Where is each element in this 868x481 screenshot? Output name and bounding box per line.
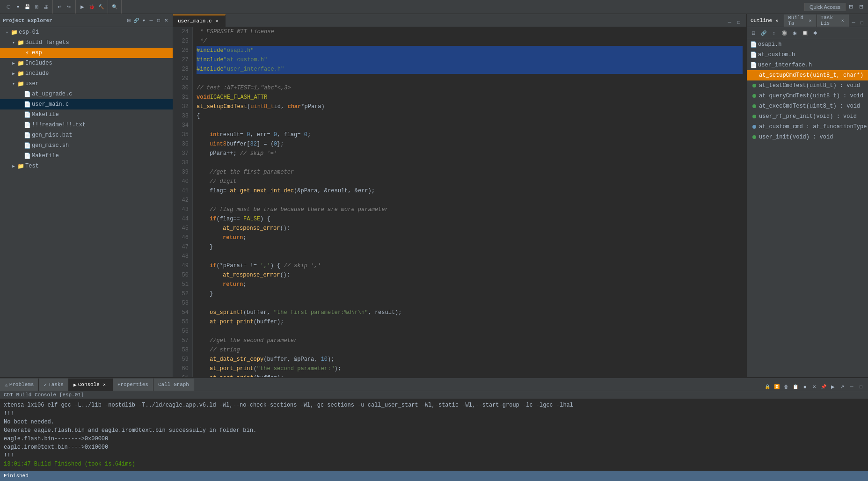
run-btn[interactable]: ▶ xyxy=(78,2,87,12)
maximize-editor-btn[interactable]: □ xyxy=(734,17,744,27)
file-icon-gen-misc-bat: 📄 xyxy=(23,132,31,139)
quick-access-button[interactable]: Quick Access xyxy=(804,3,846,11)
console-tab-close[interactable]: ✕ xyxy=(101,381,108,388)
console-pin-btn[interactable]: 📌 xyxy=(819,382,828,391)
maximize-right-btn[interactable]: □ xyxy=(858,18,866,27)
outline-item-at-query[interactable]: at_queryCmdTest(uint8_t) : void xyxy=(747,91,868,101)
collapse-all-btn[interactable]: ⊟ xyxy=(125,17,132,24)
console-content[interactable]: xtensa-lx106-elf-gcc -L../lib -nostdlib … xyxy=(0,399,868,471)
debug-btn[interactable]: 🐞 xyxy=(87,2,96,12)
console-open-btn[interactable]: ↗ xyxy=(838,382,846,391)
outline-item-user-init[interactable]: user_init(void) : void xyxy=(747,132,868,142)
minimize-editor-btn[interactable]: ─ xyxy=(725,17,734,27)
toolbar-dropdown-btn[interactable]: ▾ xyxy=(13,2,22,12)
outline-item-at-exec[interactable]: at_execCmdTest(uint8_t) : void xyxy=(747,101,868,111)
tab-console[interactable]: ▶ Console ✕ xyxy=(69,379,113,391)
tree-item-include[interactable]: ▶ 📁 include xyxy=(0,68,173,79)
tree-item-test[interactable]: ▶ 📁 Test xyxy=(0,161,173,171)
outline-item-at-custom-cmd[interactable]: at_custom_cmd : at_funcationType[] xyxy=(747,122,868,132)
console-scroll-lock-btn[interactable]: 🔒 xyxy=(763,382,772,391)
save-all-btn[interactable]: ⊞ xyxy=(32,2,41,12)
code-line-56 xyxy=(197,327,743,336)
tree-item-esp01[interactable]: ▾ 📁 esp-01 xyxy=(0,27,173,37)
outline-item-at-setup[interactable]: at_setupCmdTest(uint8_t, char*) : void xyxy=(747,70,868,80)
outline-file-osapi[interactable]: 📄 osapi.h xyxy=(747,39,868,50)
tree-item-user[interactable]: ▾ 📁 user xyxy=(0,79,173,89)
outline-view-menu-btn[interactable]: ✱ xyxy=(810,29,820,38)
close-panel-btn[interactable]: ✕ xyxy=(162,17,170,24)
bottom-area: ⚠ Problems ✓ Tasks ▶ Console ✕ Propertie… xyxy=(0,377,868,471)
outline-item-user-rf[interactable]: user_rf_pre_init(void) : void xyxy=(747,111,868,122)
tab-properties[interactable]: Properties xyxy=(113,379,153,391)
console-remove-btn[interactable]: ✕ xyxy=(810,382,818,391)
outline-file-user-interface[interactable]: 📄 user_interface.h xyxy=(747,60,868,70)
file-icon-readme: 📄 xyxy=(23,122,31,129)
perspective-btn[interactable]: ⊞ xyxy=(846,2,856,12)
build-ta-tab-close[interactable]: ✕ xyxy=(808,17,812,24)
tree-item-gen-misc-sh[interactable]: 📄 gen_misc.sh xyxy=(0,140,173,151)
tree-item-build-targets[interactable]: ▾ 📁 Build Targets xyxy=(0,37,173,48)
link-editor-btn[interactable]: 🔗 xyxy=(132,17,140,24)
collapse-all-outline-btn[interactable]: ⊟ xyxy=(749,29,758,38)
tree-label-makefile2: Makefile xyxy=(32,153,59,159)
tasks-tab-icon: ✓ xyxy=(44,382,47,388)
tree-item-esp[interactable]: ⚡ esp xyxy=(0,48,173,58)
undo-btn[interactable]: ↩ xyxy=(55,2,64,12)
console-copy-btn[interactable]: 📋 xyxy=(791,382,800,391)
link-with-editor-btn[interactable]: 🔗 xyxy=(759,29,768,38)
build-ta-tab-label: Build Ta xyxy=(788,15,806,26)
tab-call-graph[interactable]: Call Graph xyxy=(153,379,194,391)
outline-tab-label: Outline xyxy=(751,18,772,23)
console-clear-btn[interactable]: 🗑 xyxy=(782,382,790,391)
outline-item-at-test[interactable]: at_testCmdTest(uint8_t) : void xyxy=(747,80,868,91)
tab-build-targets[interactable]: Build Ta ✕ xyxy=(784,15,817,27)
tree-item-at-upgrade[interactable]: 📄 at_upgrade.c xyxy=(0,89,173,99)
editor-tab-controls: ─ □ xyxy=(725,17,746,27)
code-line-52: } xyxy=(197,289,743,299)
console-scroll-end-btn[interactable]: ⏬ xyxy=(773,382,781,391)
new-file-btn[interactable]: ⬡ xyxy=(4,2,13,12)
save-btn[interactable]: 💾 xyxy=(22,2,32,12)
minimize-right-btn[interactable]: ─ xyxy=(849,18,858,27)
filter-static-btn[interactable]: ◉ xyxy=(790,29,799,38)
print-btn[interactable]: 🖨 xyxy=(41,2,51,12)
redo-btn[interactable]: ↪ xyxy=(64,2,73,12)
tab-outline[interactable]: Outline ✕ xyxy=(747,15,784,27)
code-content[interactable]: * ESPRSSIF MIT License */ #include "osap… xyxy=(193,27,746,377)
filter-non-public-btn[interactable]: 🔲 xyxy=(800,29,810,38)
editor-tab-close[interactable]: ✕ xyxy=(214,18,220,24)
line-num-55: 55 xyxy=(175,317,189,327)
outline-tab-close[interactable]: ✕ xyxy=(773,17,780,24)
search-btn[interactable]: 🔍 xyxy=(110,2,119,12)
open-perspective-btn[interactable]: ⊟ xyxy=(856,2,866,12)
view-menu-btn[interactable]: ▾ xyxy=(140,17,147,24)
toolbar-group-file: ⬡ ▾ 💾 ⊞ 🖨 xyxy=(2,0,53,14)
line-num-57: 57 xyxy=(175,336,189,345)
console-run-btn[interactable]: ▶ xyxy=(829,382,837,391)
maximize-console-btn[interactable]: □ xyxy=(857,382,865,391)
minimize-panel-btn[interactable]: ─ xyxy=(147,17,155,24)
minimize-console-btn[interactable]: ─ xyxy=(847,382,856,391)
outline-file-at-custom[interactable]: 📄 at_custom.h xyxy=(747,50,868,60)
tree-item-includes[interactable]: ▶ 📁 Includes xyxy=(0,58,173,68)
maximize-panel-btn[interactable]: □ xyxy=(155,17,162,24)
tree-label-makefile1: Makefile xyxy=(32,111,59,118)
tab-task-list[interactable]: Task Lis ✕ xyxy=(817,15,849,27)
tree-item-makefile2[interactable]: 📄 Makefile xyxy=(0,151,173,161)
line-num-34: 34 xyxy=(175,121,189,130)
tree-item-gen-misc-bat[interactable]: 📄 gen_misc.bat xyxy=(0,130,173,140)
sort-btn[interactable]: ↕ xyxy=(769,29,779,38)
filter-fields-btn[interactable]: 🔘 xyxy=(780,29,789,38)
dot-at-exec xyxy=(752,104,756,108)
build-btn[interactable]: 🔨 xyxy=(96,2,106,12)
tree-item-makefile1[interactable]: 📄 Makefile xyxy=(0,109,173,120)
editor-tab-user-main[interactable]: user_main.c ✕ xyxy=(173,15,226,27)
outline-label-user-rf: user_rf_pre_init(void) : void xyxy=(759,113,857,120)
tree-item-user-main[interactable]: 📄 user_main.c xyxy=(0,99,173,109)
tree-item-readme[interactable]: 📄 !!!readme!!!.txt xyxy=(0,120,173,130)
console-terminate-btn[interactable]: ■ xyxy=(801,382,809,391)
task-lis-tab-close[interactable]: ✕ xyxy=(840,17,845,24)
expand-arrow-include: ▶ xyxy=(10,71,17,76)
tab-problems[interactable]: ⚠ Problems xyxy=(0,379,39,391)
tab-tasks[interactable]: ✓ Tasks xyxy=(39,379,69,391)
